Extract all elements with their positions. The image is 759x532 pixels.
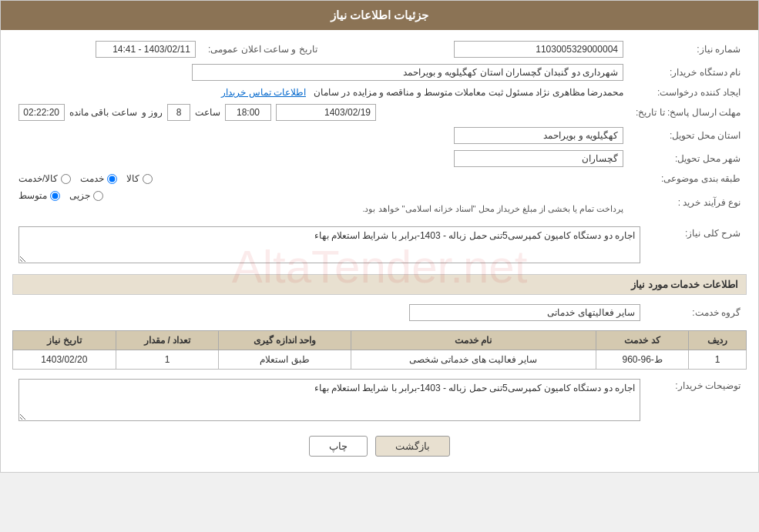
province-value: کهگیلویه و بویراحمد: [454, 127, 623, 144]
announce-date-cell: 1403/02/11 - 14:41: [12, 38, 202, 61]
service-group-cell: سایر فعالیتهای خدماتی: [12, 301, 646, 324]
city-label: شهر محل تحویل:: [630, 147, 747, 170]
buyer-desc-table: توضیحات خریدار: اجاره دو دستگاه کامیون ک…: [12, 376, 747, 424]
col-qty: تعداد / مقدار: [116, 331, 219, 350]
purchase-type-radio-medium-input[interactable]: [50, 191, 60, 201]
cell-code: ط-96-960: [596, 350, 688, 370]
buyer-label: نام دستگاه خریدار:: [630, 61, 747, 84]
deadline-label: مهلت ارسال پاسخ: تا تاریخ:: [630, 101, 747, 124]
back-button[interactable]: بازگشت: [375, 436, 450, 457]
category-radio-kala-input[interactable]: [143, 174, 153, 184]
purchase-type-cell: متوسط جزیی پرداخت تمام یا بخشی از مبلغ خ…: [12, 187, 630, 217]
category-cell: کالا/خدمت خدمت کالا: [12, 170, 630, 187]
purchase-type-radio-partial-input[interactable]: [93, 191, 103, 201]
main-info-table: شماره نیاز: 1103005329000004 تاریخ و ساع…: [12, 38, 747, 217]
purchase-type-medium-label: متوسط: [18, 190, 47, 201]
buttons-row: بازگشت چاپ: [12, 436, 747, 457]
service-group-value: سایر فعالیتهای خدماتی: [409, 304, 640, 321]
category-radio-kala-khadmat: کالا/خدمت: [18, 173, 71, 184]
creator-cell: محمدرضا مظاهری نژاد مسئول ثبت معاملات مت…: [12, 84, 630, 101]
deadline-days-label: روز و: [142, 107, 163, 118]
buyer-value: شهرداری دو گنبدان گچساران استان کهگیلویه…: [192, 64, 623, 81]
province-label: استان محل تحویل:: [630, 124, 747, 147]
print-button[interactable]: چاپ: [309, 436, 368, 457]
category-kala-label: کالا: [126, 173, 139, 184]
category-radio-kala-khadmat-input[interactable]: [61, 174, 71, 184]
purchase-type-radio-partial: جزیی: [69, 190, 103, 201]
category-label: طبقه بندی موضوعی:: [630, 170, 747, 187]
table-row: 1 ط-96-960 سایر فعالیت های خدماتی شخصی ط…: [13, 350, 747, 370]
cell-name: سایر فعالیت های خدماتی شخصی: [351, 350, 596, 370]
creator-link[interactable]: اطلاعات تماس خریدار: [221, 87, 306, 98]
purchase-type-note: پرداخت تمام یا بخشی از مبلغ خریداز محل "…: [18, 204, 623, 214]
general-desc-label: شرح کلی نیاز:: [646, 223, 747, 266]
need-number-label: شماره نیاز:: [630, 38, 747, 61]
services-data-table: ردیف کد خدمت نام خدمت واحد اندازه گیری ت…: [12, 330, 747, 370]
service-group-label: گروه خدمت:: [646, 301, 747, 324]
deadline-cell: 02:22:20 ساعت باقی مانده روز و 8 ساعت 18…: [12, 101, 630, 124]
services-section-title: اطلاعات خدمات مورد نیاز: [12, 274, 747, 295]
deadline-time-label: ساعت: [195, 107, 220, 118]
general-desc-textarea[interactable]: اجاره دو دستگاه کامیون کمپرسی5تنی حمل زب…: [18, 226, 640, 263]
col-date: تاریخ نیاز: [13, 331, 116, 350]
general-desc-table: شرح کلی نیاز: اجاره دو دستگاه کامیون کمپ…: [12, 223, 747, 266]
general-desc-value: اجاره دو دستگاه کامیون کمپرسی5تنی حمل زب…: [314, 230, 635, 241]
buyer-desc-label: توضیحات خریدار:: [646, 376, 747, 424]
category-radio-kala: کالا: [126, 173, 153, 184]
cell-date: 1403/02/20: [13, 350, 116, 370]
buyer-desc-textarea[interactable]: اجاره دو دستگاه کامیون کمپرسی5تنی حمل زب…: [18, 379, 640, 421]
category-radio-khadmat-input[interactable]: [107, 174, 117, 184]
announce-date-label: تاریخ و ساعت اعلان عمومی:: [202, 38, 324, 61]
purchase-type-partial-label: جزیی: [69, 190, 90, 201]
col-name: نام خدمت: [351, 331, 596, 350]
page-wrapper: جزئیات اطلاعات نیاز شماره نیاز: 11030053…: [0, 0, 759, 473]
deadline-remaining-label: ساعت باقی مانده: [69, 107, 137, 118]
content-area: شماره نیاز: 1103005329000004 تاریخ و ساع…: [1, 30, 758, 472]
page-title: جزئیات اطلاعات نیاز: [331, 8, 428, 22]
cell-qty: 1: [116, 350, 219, 370]
buyer-cell: شهرداری دو گنبدان گچساران استان کهگیلویه…: [12, 61, 630, 84]
need-number-cell: 1103005329000004: [324, 38, 630, 61]
service-group-table: گروه خدمت: سایر فعالیتهای خدماتی: [12, 301, 747, 324]
category-khadmat-label: خدمت: [80, 173, 104, 184]
category-radio-khadmat: خدمت: [80, 173, 117, 184]
province-cell: کهگیلویه و بویراحمد: [12, 124, 630, 147]
buyer-desc-value: اجاره دو دستگاه کامیون کمپرسی5تنی حمل زب…: [314, 383, 635, 393]
col-code: کد خدمت: [596, 331, 688, 350]
deadline-date: 1403/02/19: [276, 104, 376, 121]
buyer-desc-cell: اجاره دو دستگاه کامیون کمپرسی5تنی حمل زب…: [12, 376, 646, 424]
city-cell: گچساران: [12, 147, 630, 170]
need-number-value: 1103005329000004: [454, 41, 623, 58]
category-kala-khadmat-label: کالا/خدمت: [18, 173, 58, 184]
cell-row: 1: [689, 350, 747, 370]
creator-label: ایجاد کننده درخواست:: [630, 84, 747, 101]
announce-date-value: 1403/02/11 - 14:41: [96, 41, 196, 58]
col-unit: واحد اندازه گیری: [219, 331, 351, 350]
deadline-remaining: 02:22:20: [18, 104, 65, 121]
creator-value: محمدرضا مظاهری نژاد مسئول ثبت معاملات مت…: [314, 87, 623, 98]
page-header: جزئیات اطلاعات نیاز: [1, 1, 758, 30]
col-row: ردیف: [689, 331, 747, 350]
city-value: گچساران: [454, 150, 623, 167]
cell-unit: طبق استعلام: [219, 350, 351, 370]
deadline-days: 8: [167, 104, 190, 121]
deadline-time: 18:00: [225, 104, 271, 121]
purchase-type-label: نوع فرآیند خرید :: [630, 187, 747, 217]
purchase-type-radio-medium: متوسط: [18, 190, 60, 201]
general-desc-cell: اجاره دو دستگاه کامیون کمپرسی5تنی حمل زب…: [12, 223, 646, 266]
